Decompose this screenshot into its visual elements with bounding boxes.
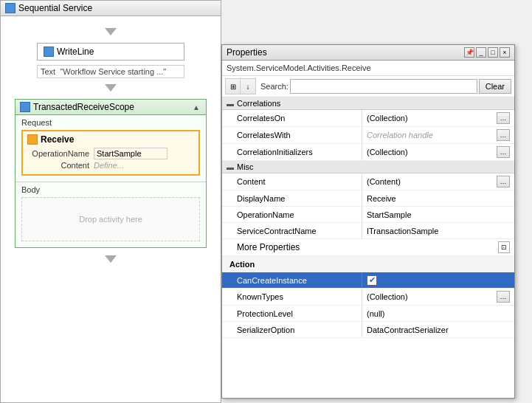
text-value: "Workflow Service starting ..." bbox=[60, 67, 166, 76]
designer-panel: Sequential Service WriteLine Text "Workf… bbox=[0, 0, 221, 403]
more-properties-row[interactable]: More Properties ⊡ bbox=[222, 239, 514, 256]
prop-value[interactable]: (Collection) … bbox=[362, 289, 514, 305]
props-subtitle: System.ServiceModel.Activities.Receive bbox=[222, 61, 514, 76]
sequential-service-icon bbox=[5, 3, 15, 13]
receive-label: Receive bbox=[41, 134, 74, 145]
drop-label: Drop activity here bbox=[79, 215, 142, 224]
misc-section-header: ▬ Misc bbox=[222, 161, 514, 173]
scope-titlebar: TransactedReceiveScope ▲ bbox=[15, 100, 206, 115]
ellipsis-button[interactable]: … bbox=[497, 129, 510, 141]
designer-content: WriteLine Text "Workflow Service startin… bbox=[1, 16, 221, 275]
prop-value-text: (null) bbox=[367, 309, 384, 318]
prop-name: KnownTypes bbox=[222, 289, 362, 305]
action-section-header: Action bbox=[222, 256, 514, 272]
prop-value[interactable]: Correlation handle … bbox=[362, 127, 514, 143]
body-label: Body bbox=[21, 185, 200, 194]
prop-value-text: (Collection) bbox=[367, 114, 408, 123]
close-button[interactable]: × bbox=[500, 47, 510, 58]
prop-value-text: (Collection) bbox=[367, 148, 408, 156]
content-define[interactable]: Define... bbox=[94, 161, 194, 170]
request-section: Request Receive OperationName StartSampl… bbox=[15, 115, 206, 182]
prop-name: ServiceContractName bbox=[222, 223, 362, 238]
prop-value[interactable]: Receive bbox=[362, 190, 514, 206]
search-label: Search: bbox=[260, 82, 289, 91]
prop-value[interactable]: ✔ bbox=[362, 272, 514, 288]
receive-activity[interactable]: Receive OperationName StartSample Conten… bbox=[21, 130, 200, 176]
text-label: Text bbox=[41, 67, 58, 76]
prop-name: SerializerOption bbox=[222, 322, 362, 337]
prop-name: Content bbox=[222, 173, 362, 190]
table-row[interactable]: CanCreateInstance ✔ bbox=[222, 272, 514, 289]
misc-toggle[interactable]: ▬ bbox=[227, 163, 234, 171]
table-row: SerializerOption DataContractSerializer bbox=[222, 322, 514, 338]
prop-name: ProtectionLevel bbox=[222, 306, 362, 321]
prop-name: CorrelatesWith bbox=[222, 127, 362, 143]
body-section: Body Drop activity here bbox=[15, 182, 206, 247]
more-props-label: More Properties bbox=[237, 242, 300, 252]
prop-value-text: ITransactionSample bbox=[367, 227, 438, 235]
request-label: Request bbox=[21, 118, 200, 127]
prop-value[interactable]: DataContractSerializer bbox=[362, 322, 514, 337]
table-row: ProtectionLevel (null) bbox=[222, 306, 514, 322]
table-row: CorrelatesOn (Collection) … bbox=[222, 110, 514, 127]
maximize-button[interactable]: □ bbox=[488, 47, 498, 58]
search-input[interactable] bbox=[290, 79, 477, 94]
op-name-row: OperationName StartSample bbox=[27, 148, 194, 159]
prop-value[interactable]: (Collection) … bbox=[362, 144, 514, 160]
ellipsis-button[interactable]: … bbox=[497, 146, 510, 158]
prop-name: CanCreateInstance bbox=[222, 272, 362, 288]
more-props-icon: ⊡ bbox=[498, 241, 510, 253]
categorized-icon[interactable]: ⊞ bbox=[226, 79, 241, 94]
props-toolbar: ⊞ ↓ Search: Clear bbox=[222, 76, 514, 97]
op-name-label: OperationName bbox=[27, 149, 94, 158]
op-name-input[interactable]: StartSample bbox=[94, 148, 167, 159]
table-row: DisplayName Receive bbox=[222, 190, 514, 207]
receive-title: Receive bbox=[27, 134, 194, 145]
ellipsis-button[interactable]: … bbox=[497, 176, 510, 187]
write-line-text-prop: Text "Workflow Service starting ..." bbox=[37, 65, 184, 78]
clear-button[interactable]: Clear bbox=[479, 79, 511, 94]
drop-area[interactable]: Drop activity here bbox=[21, 197, 200, 241]
alphabetical-icon[interactable]: ↓ bbox=[241, 79, 255, 94]
table-row: ServiceContractName ITransactionSample bbox=[222, 223, 514, 239]
prop-value-text: (Content) bbox=[367, 177, 401, 186]
ellipsis-button[interactable]: … bbox=[497, 291, 510, 303]
prop-value[interactable]: ITransactionSample bbox=[362, 223, 514, 238]
properties-panel: Properties 📌 _ □ × System.ServiceModel.A… bbox=[221, 44, 515, 399]
transacted-scope-box: TransactedReceiveScope ▲ Request Receive… bbox=[15, 99, 207, 248]
prop-name: OperationName bbox=[222, 207, 362, 222]
table-row: CorrelatesWith Correlation handle … bbox=[222, 127, 514, 144]
prop-value-text: DataContractSerializer bbox=[367, 326, 449, 334]
receive-props: OperationName StartSample Content Define… bbox=[27, 148, 194, 170]
scope-title-left: TransactedReceiveScope bbox=[20, 102, 134, 112]
scope-title-text: TransactedReceiveScope bbox=[33, 102, 134, 112]
correlations-section-header: ▬ Correlations bbox=[222, 97, 514, 110]
ellipsis-button[interactable]: … bbox=[497, 112, 510, 124]
titlebar-controls: 📌 _ □ × bbox=[464, 47, 510, 58]
pin-button[interactable]: 📌 bbox=[464, 47, 474, 58]
table-row: OperationName StartSample bbox=[222, 207, 514, 223]
properties-table: ▬ Correlations CorrelatesOn (Collection)… bbox=[222, 97, 514, 398]
properties-titlebar: Properties 📌 _ □ × bbox=[222, 45, 514, 61]
prop-value[interactable]: (null) bbox=[362, 306, 514, 321]
prop-value[interactable]: (Content) … bbox=[362, 173, 514, 190]
prop-name: CorrelatesOn bbox=[222, 110, 362, 126]
prop-value-text: Correlation handle bbox=[367, 131, 433, 140]
prop-value[interactable]: (Collection) … bbox=[362, 110, 514, 126]
prop-value-text: StartSample bbox=[367, 210, 412, 219]
write-line-activity[interactable]: WriteLine bbox=[37, 43, 184, 61]
write-line-icon bbox=[44, 46, 54, 57]
checkbox-checked[interactable]: ✔ bbox=[367, 275, 377, 286]
arrow-down-3 bbox=[105, 255, 117, 263]
prop-name: CorrelationInitializers bbox=[222, 144, 362, 160]
prop-value[interactable]: StartSample bbox=[362, 207, 514, 222]
content-label: Content bbox=[27, 161, 94, 170]
prop-value-text: Receive bbox=[367, 194, 396, 203]
collapse-button[interactable]: ▲ bbox=[191, 102, 201, 112]
correlations-label: Correlations bbox=[237, 99, 280, 108]
correlations-toggle[interactable]: ▬ bbox=[227, 100, 234, 108]
table-row: CorrelationInitializers (Collection) … bbox=[222, 144, 514, 161]
write-line-label: WriteLine bbox=[57, 46, 94, 57]
minimize-button[interactable]: _ bbox=[476, 47, 486, 58]
action-label: Action bbox=[229, 260, 255, 269]
